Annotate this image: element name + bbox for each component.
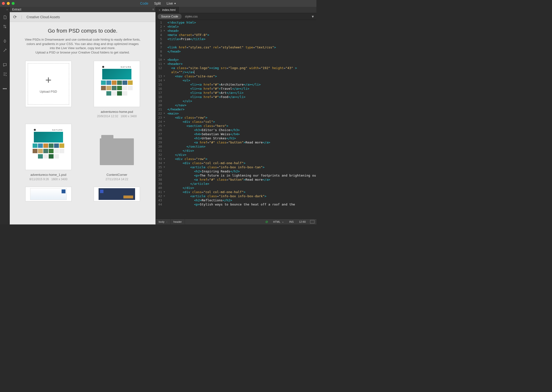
upload-label: Upload PSD — [40, 90, 57, 93]
language-selector[interactable]: HTML⌄ — [271, 220, 286, 223]
extract-panel: Extract ≡ ⟳ | Creative Cloud Assets Go f… — [10, 7, 156, 224]
code-content[interactable]: <!doctype html><html><head><meta charset… — [166, 20, 316, 219]
extract-heading: Go from PSD comps to code. — [14, 28, 151, 34]
psd-item[interactable] — [88, 187, 147, 204]
overview-toggle-icon[interactable] — [310, 220, 314, 223]
psd-date: 20/9/2014 12:32 — [97, 115, 118, 118]
file-tab[interactable]: × index.html — [156, 7, 179, 13]
breadcrumb-body[interactable]: body — [156, 219, 171, 224]
panel-menu-icon[interactable]: ≡ — [152, 8, 154, 11]
extract-content: Go from PSD comps to code. View PSDs in … — [10, 22, 156, 224]
psd-filename: adventureco-home.psd — [88, 110, 147, 114]
view-mode-switcher: Code Split Live ▼ — [140, 1, 176, 5]
folder-icon — [100, 138, 134, 165]
titlebar: Code Split Live ▼ — [0, 0, 316, 7]
view-mode-code[interactable]: Code — [140, 1, 148, 5]
file-tab-label: index.html — [162, 8, 175, 12]
chevron-down-icon: ▼ — [174, 2, 176, 5]
comment-icon[interactable] — [2, 62, 8, 68]
source-tab-styles[interactable]: styles.css — [182, 14, 201, 19]
wand-icon[interactable] — [2, 47, 8, 53]
cc-assets-bar[interactable]: ⟳ | Creative Cloud Assets — [10, 12, 156, 22]
filter-icon[interactable]: ▼ — [311, 15, 314, 18]
insert-mode[interactable]: INS — [286, 220, 296, 223]
view-mode-split[interactable]: Split — [154, 1, 161, 5]
breadcrumb-header[interactable]: header — [171, 219, 185, 224]
expand-icon[interactable] — [2, 38, 8, 44]
cursor-position: 12:80 — [296, 220, 308, 223]
file-tabs: × index.html — [156, 7, 316, 13]
extract-panel-title: Extract — [12, 8, 21, 11]
code-editor[interactable]: 12▼3▼45678910▼11▼1213▼14▼151617181920212… — [156, 20, 316, 219]
psd-date: 8/11/2015 9:26 — [29, 178, 49, 181]
source-tab-source-code[interactable]: Source Code — [158, 14, 182, 19]
extract-description: View PSDs in Dreamweaver and use context… — [24, 37, 141, 54]
zoom-window-icon[interactable] — [12, 2, 15, 5]
status-bar: body header ⊘ HTML⌄ INS 12:80 — [156, 219, 316, 224]
left-icon-rail: ‹‹ ••• — [0, 7, 10, 224]
more-icon[interactable]: ••• — [2, 86, 8, 92]
checklist-icon[interactable] — [2, 71, 8, 77]
view-mode-live-label: Live — [167, 1, 173, 5]
chevron-down-icon: ⌄ — [282, 220, 284, 223]
upload-psd-card[interactable]: + Upload PSD — [19, 61, 78, 118]
extract-panel-header: Extract ≡ — [10, 7, 156, 12]
creative-cloud-icon: ⟳ — [13, 14, 17, 20]
line-number-gutter: 12▼3▼45678910▼11▼1213▼14▼151617181920212… — [156, 20, 166, 219]
psd-item[interactable] — [19, 187, 78, 204]
status-ok-icon[interactable]: ⊘ — [263, 220, 271, 224]
file-icon[interactable] — [2, 14, 8, 20]
plus-icon: + — [45, 75, 52, 85]
folder-item[interactable]: ContentCorner 27/11/2014 14:22 — [88, 124, 147, 181]
folder-date: 27/11/2014 14:22 — [106, 178, 128, 181]
cc-assets-label: Creative Cloud Assets — [27, 15, 60, 19]
view-mode-live[interactable]: Live ▼ — [167, 1, 176, 5]
psd-dims: 1600 x 3400 — [51, 178, 67, 181]
close-tab-icon[interactable]: × — [159, 9, 160, 11]
close-window-icon[interactable] — [2, 2, 5, 5]
minimize-window-icon[interactable] — [7, 2, 10, 5]
arrows-vertical-icon[interactable] — [2, 24, 8, 29]
divider: | — [21, 15, 22, 19]
source-tabs: Source Code styles.css ▼ — [156, 13, 316, 20]
psd-item[interactable]: NATURE adventureco-home.psd 20/9/2014 12… — [88, 61, 147, 118]
psd-dims: 1600 x 3400 — [121, 115, 137, 118]
collapse-rail-icon[interactable]: ‹‹ — [6, 8, 8, 11]
psd-item[interactable]: NATURE adventureco-home_1.psd 8/11/2015 … — [19, 124, 78, 181]
window-controls — [2, 2, 15, 5]
psd-filename: adventureco-home_1.psd — [19, 173, 78, 177]
folder-name: ContentCorner — [88, 173, 147, 177]
code-editor-panel: × index.html Source Code styles.css ▼ 12… — [156, 7, 316, 224]
